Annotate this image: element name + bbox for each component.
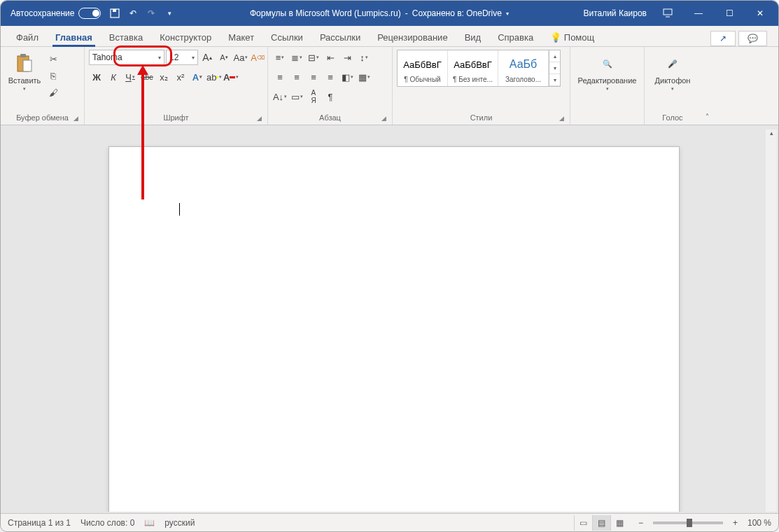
superscript-button[interactable]: x²: [173, 69, 188, 85]
fill-button[interactable]: ▭: [289, 89, 304, 104]
print-layout-icon[interactable]: ▤: [592, 515, 610, 531]
redo-icon[interactable]: ↷: [146, 8, 157, 19]
comments-icon: 💬: [748, 34, 758, 43]
document-title: Формулы в Microsoft Word (Lumpics.ru): [250, 8, 401, 18]
text-cursor: [179, 203, 180, 216]
borders-button[interactable]: ▦: [356, 69, 372, 85]
save-icon[interactable]: [109, 8, 120, 19]
styles-more-button[interactable]: ▴▾▾: [549, 50, 560, 86]
svg-rect-4: [20, 54, 26, 57]
group-font-label: Шрифт: [163, 113, 188, 122]
zoom-slider[interactable]: [653, 522, 723, 524]
format-painter-icon[interactable]: 🖌: [47, 86, 59, 99]
highlight-color-button[interactable]: ab: [206, 69, 222, 85]
bullets-button[interactable]: ≡: [272, 50, 288, 65]
tab-help[interactable]: Справка: [489, 28, 542, 46]
shading-button[interactable]: ◧: [339, 69, 355, 85]
read-mode-icon[interactable]: ▭: [574, 515, 592, 531]
styles-launcher-icon[interactable]: ◢: [559, 115, 564, 122]
editing-button[interactable]: 🔍 Редактирование ▾: [588, 50, 627, 92]
tab-view[interactable]: Вид: [456, 28, 490, 46]
tab-insert[interactable]: Вставка: [101, 28, 151, 46]
cut-icon[interactable]: ✂: [47, 52, 59, 65]
style-heading1[interactable]: АаБб Заголово...: [498, 50, 549, 86]
tab-file[interactable]: Файл: [8, 28, 47, 46]
tab-layout[interactable]: Макет: [220, 28, 262, 46]
bold-button[interactable]: Ж: [89, 69, 104, 85]
page-indicator[interactable]: Страница 1 из 1: [8, 518, 71, 528]
styles-gallery[interactable]: АаБбВвГ ¶ Обычный АаБбВвГ ¶ Без инте... …: [397, 50, 561, 87]
sort-button[interactable]: A↓: [272, 89, 288, 104]
italic-button[interactable]: К: [106, 69, 121, 85]
user-name[interactable]: Виталий Каиров: [583, 8, 652, 18]
subscript-button[interactable]: x₂: [156, 69, 171, 85]
clear-formatting-icon[interactable]: A⌫: [250, 50, 265, 65]
strikethrough-button[interactable]: abc: [139, 69, 155, 85]
document-page[interactable]: [108, 146, 680, 512]
font-name-combo[interactable]: Tahoma▾: [89, 50, 164, 65]
font-color-button[interactable]: A: [223, 69, 239, 85]
style-no-spacing[interactable]: АаБбВвГ ¶ Без инте...: [448, 50, 498, 86]
sort-az-button[interactable]: АЯ: [306, 89, 321, 104]
style-normal[interactable]: АаБбВвГ ¶ Обычный: [398, 50, 448, 86]
change-case-button[interactable]: Aa: [233, 50, 248, 65]
tab-review[interactable]: Рецензирование: [369, 28, 456, 46]
zoom-in-button[interactable]: +: [733, 518, 738, 528]
increase-indent-button[interactable]: ⇥: [339, 50, 355, 65]
tab-mailings[interactable]: Рассылки: [311, 28, 369, 46]
document-area[interactable]: [1, 127, 778, 512]
align-right-button[interactable]: ≡: [306, 69, 321, 85]
share-icon: ↗: [720, 34, 727, 43]
text-effects-button[interactable]: A: [190, 69, 205, 85]
close-button[interactable]: ✕: [745, 1, 776, 26]
language-indicator[interactable]: русский: [164, 518, 195, 528]
tab-design[interactable]: Конструктор: [151, 28, 220, 46]
svg-rect-2: [664, 9, 672, 15]
svg-rect-5: [23, 60, 31, 71]
show-marks-button[interactable]: ¶: [323, 89, 338, 104]
svg-rect-1: [113, 9, 116, 12]
paste-button[interactable]: Вставить ▾: [5, 50, 44, 92]
font-size-combo[interactable]: 12▾: [166, 50, 198, 65]
undo-icon[interactable]: ↶: [127, 8, 139, 19]
comments-button[interactable]: 💬: [738, 31, 767, 46]
vertical-scrollbar[interactable]: ▴: [766, 130, 777, 512]
qat-dropdown-icon[interactable]: ▾: [164, 8, 175, 19]
ribbon-tabs: Файл Главная Вставка Конструктор Макет С…: [1, 26, 778, 47]
paste-icon: [13, 52, 36, 75]
underline-button[interactable]: Ч: [122, 69, 138, 85]
maximize-button[interactable]: ☐: [714, 1, 745, 26]
web-layout-icon[interactable]: ▦: [610, 515, 629, 531]
saved-dropdown-icon[interactable]: ▾: [506, 10, 509, 17]
tab-references[interactable]: Ссылки: [262, 28, 311, 46]
zoom-out-button[interactable]: −: [638, 518, 643, 528]
ribbon-options-icon[interactable]: [652, 1, 683, 26]
share-button[interactable]: ↗: [710, 31, 736, 46]
copy-icon[interactable]: ⎘: [47, 69, 59, 82]
font-launcher-icon[interactable]: ◢: [257, 115, 262, 122]
multilevel-list-button[interactable]: ⊟: [306, 50, 321, 65]
titlebar: Автосохранение ↶ ↷ ▾ Формулы в Microsoft…: [1, 1, 778, 26]
minimize-button[interactable]: —: [683, 1, 714, 26]
zoom-level[interactable]: 100 %: [748, 518, 771, 528]
dictate-button[interactable]: 🎤 Диктофон ▾: [653, 50, 692, 92]
tab-home[interactable]: Главная: [47, 28, 101, 46]
numbering-button[interactable]: ≣: [289, 50, 304, 65]
group-styles-label: Стили: [470, 113, 493, 122]
decrease-font-icon[interactable]: A▾: [216, 50, 232, 65]
spellcheck-icon[interactable]: 📖: [144, 518, 155, 528]
align-center-button[interactable]: ≡: [289, 69, 304, 85]
align-left-button[interactable]: ≡: [272, 69, 288, 85]
autosave-toggle[interactable]: [78, 8, 101, 19]
tab-tell-me[interactable]: 💡 Помощ: [542, 28, 603, 46]
paragraph-launcher-icon[interactable]: ◢: [381, 115, 386, 122]
decrease-indent-button[interactable]: ⇤: [323, 50, 338, 65]
increase-font-icon[interactable]: A▴: [199, 50, 215, 65]
clipboard-launcher-icon[interactable]: ◢: [73, 115, 78, 122]
line-spacing-button[interactable]: ↕: [356, 50, 372, 65]
saved-location[interactable]: Сохранено в: OneDrive: [412, 8, 502, 18]
statusbar: Страница 1 из 1 Число слов: 0 📖 русский …: [1, 513, 778, 531]
collapse-ribbon-icon[interactable]: ˄: [706, 113, 709, 120]
word-count[interactable]: Число слов: 0: [80, 518, 134, 528]
align-justify-button[interactable]: ≡: [323, 69, 338, 85]
